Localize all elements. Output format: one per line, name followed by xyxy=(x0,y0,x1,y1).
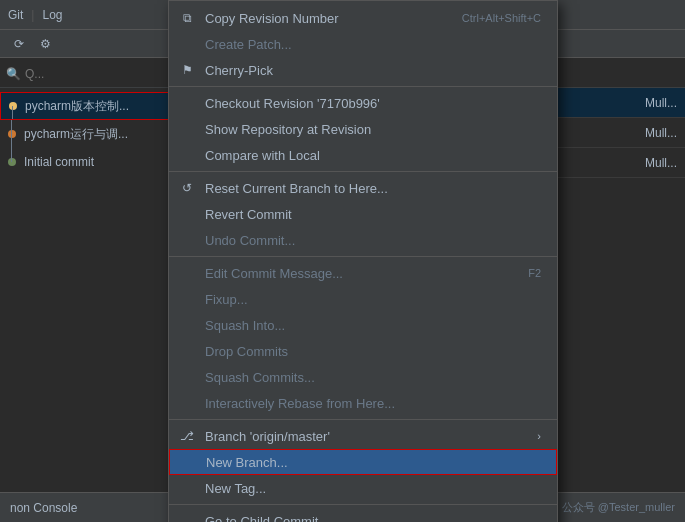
menu-item-go-to-child[interactable]: Go to Child Commit xyxy=(169,508,557,522)
commit-item[interactable]: pycharm运行与调... xyxy=(0,120,169,148)
copy-icon: ⧉ xyxy=(177,11,197,25)
commit-author: Mull... xyxy=(645,96,677,110)
menu-item-squash-commits[interactable]: Squash Commits... xyxy=(169,364,557,390)
search-icon: 🔍 xyxy=(6,67,21,81)
menu-label: Branch 'origin/master' xyxy=(205,429,330,444)
menu-label: Reset Current Branch to Here... xyxy=(205,181,388,196)
menu-label: Edit Commit Message... xyxy=(205,266,343,281)
commit-author: Mull... xyxy=(645,156,677,170)
settings-button[interactable]: ⚙ xyxy=(34,35,57,53)
commit-panel: 🔍 pycharm版本控制... pycharm运行与调... Initial … xyxy=(0,60,170,440)
toolbar-title: Git xyxy=(8,8,23,22)
menu-label: Squash Commits... xyxy=(205,370,315,385)
menu-item-checkout-revision[interactable]: Checkout Revision '7170b996' xyxy=(169,90,557,116)
branch-icon: ⎇ xyxy=(177,429,197,443)
menu-shortcut: Ctrl+Alt+Shift+C xyxy=(442,12,541,24)
menu-separator xyxy=(169,86,557,87)
watermark-text: 公众号 @Tester_muller xyxy=(562,500,675,515)
menu-label: Go to Child Commit xyxy=(205,514,318,523)
commit-text: pycharm版本控制... xyxy=(25,98,129,115)
commit-text: Initial commit xyxy=(24,155,94,169)
menu-item-show-repo[interactable]: Show Repository at Revision xyxy=(169,116,557,142)
menu-label: Interactively Rebase from Here... xyxy=(205,396,395,411)
menu-item-cherry-pick[interactable]: ⚑ Cherry-Pick xyxy=(169,57,557,83)
search-input[interactable] xyxy=(25,67,163,81)
menu-label: Checkout Revision '7170b996' xyxy=(205,96,380,111)
terminal-label: non Console xyxy=(10,501,77,515)
menu-item-new-branch[interactable]: New Branch... xyxy=(169,449,557,475)
menu-label: Create Patch... xyxy=(205,37,292,52)
commit-dot xyxy=(9,102,17,110)
commit-author: Mull... xyxy=(645,126,677,140)
menu-label: Revert Commit xyxy=(205,207,292,222)
menu-item-fixup[interactable]: Fixup... xyxy=(169,286,557,312)
menu-shortcut: F2 xyxy=(508,267,541,279)
context-menu: ⧉ Copy Revision Number Ctrl+Alt+Shift+C … xyxy=(168,0,558,522)
commit-dot xyxy=(8,158,16,166)
menu-item-compare-local[interactable]: Compare with Local xyxy=(169,142,557,168)
toolbar-separator: | xyxy=(31,8,34,22)
menu-separator xyxy=(169,419,557,420)
search-bar: 🔍 xyxy=(0,60,169,88)
menu-item-revert-commit[interactable]: Revert Commit xyxy=(169,201,557,227)
menu-separator xyxy=(169,504,557,505)
commit-text: pycharm运行与调... xyxy=(24,126,128,143)
commit-line xyxy=(12,106,13,119)
menu-label: Show Repository at Revision xyxy=(205,122,371,137)
menu-item-reset-branch[interactable]: ↺ Reset Current Branch to Here... xyxy=(169,175,557,201)
menu-label: Compare with Local xyxy=(205,148,320,163)
commit-line xyxy=(11,148,12,162)
menu-item-undo-commit[interactable]: Undo Commit... xyxy=(169,227,557,253)
menu-label: Cherry-Pick xyxy=(205,63,273,78)
menu-item-drop-commits[interactable]: Drop Commits xyxy=(169,338,557,364)
menu-item-copy-revision[interactable]: ⧉ Copy Revision Number Ctrl+Alt+Shift+C xyxy=(169,5,557,31)
refresh-button[interactable]: ⟳ xyxy=(8,35,30,53)
toolbar-log-label: Log xyxy=(42,8,62,22)
menu-label: Fixup... xyxy=(205,292,248,307)
menu-item-branch-origin-master[interactable]: ⎇ Branch 'origin/master' › xyxy=(169,423,557,449)
menu-label: Undo Commit... xyxy=(205,233,295,248)
menu-separator xyxy=(169,171,557,172)
submenu-arrow-icon: › xyxy=(537,430,541,442)
commit-item[interactable]: Initial commit xyxy=(0,148,169,176)
commit-list: pycharm版本控制... pycharm运行与调... Initial co… xyxy=(0,88,169,180)
menu-label: Squash Into... xyxy=(205,318,285,333)
menu-separator xyxy=(169,256,557,257)
menu-label: Drop Commits xyxy=(205,344,288,359)
commit-line xyxy=(11,120,12,148)
commit-dot xyxy=(8,130,16,138)
menu-item-edit-message[interactable]: Edit Commit Message... F2 xyxy=(169,260,557,286)
menu-item-squash-into[interactable]: Squash Into... xyxy=(169,312,557,338)
menu-item-interactive-rebase[interactable]: Interactively Rebase from Here... xyxy=(169,390,557,416)
cherry-pick-icon: ⚑ xyxy=(177,63,197,77)
commit-item[interactable]: pycharm版本控制... xyxy=(0,92,169,120)
menu-label: New Tag... xyxy=(205,481,266,496)
menu-item-create-patch[interactable]: Create Patch... xyxy=(169,31,557,57)
menu-item-new-tag[interactable]: New Tag... xyxy=(169,475,557,501)
menu-label: Copy Revision Number xyxy=(205,11,339,26)
reset-icon: ↺ xyxy=(177,181,197,195)
menu-label: New Branch... xyxy=(206,455,288,470)
